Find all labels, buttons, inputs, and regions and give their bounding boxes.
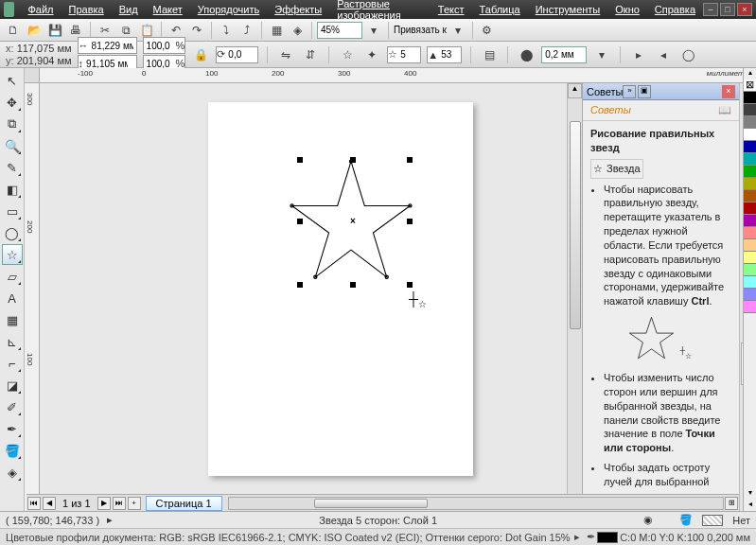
fill-swatch-icon[interactable]: 🪣 [679, 514, 693, 526]
palette-expand-icon[interactable]: ◂ [744, 500, 756, 511]
docker-close-icon[interactable]: × [722, 85, 735, 98]
zoom-tool[interactable]: 🔍 [2, 135, 23, 156]
options-icon[interactable]: ⚙ [478, 21, 497, 40]
open-icon[interactable]: 📂 [25, 21, 44, 40]
swatch-13[interactable] [744, 252, 756, 264]
import-icon[interactable]: ⤵ [217, 21, 236, 40]
swatch-12[interactable] [744, 239, 756, 252]
polygon-tool[interactable]: ☆ [2, 244, 23, 265]
status-color-icon[interactable]: ◉ [643, 514, 653, 526]
scalex-input[interactable]: % [143, 37, 186, 54]
zoom-dropdown-icon[interactable]: ▾ [364, 21, 383, 40]
redo-icon[interactable]: ↷ [187, 21, 206, 40]
star-type-icon[interactable]: ☆ [338, 45, 357, 64]
mirror-v-icon[interactable]: ⇵ [301, 45, 320, 64]
fill-tool[interactable]: 🪣 [2, 440, 23, 461]
points-input[interactable]: ☆ [387, 46, 421, 63]
swatch-2[interactable] [744, 116, 756, 129]
crop-tool[interactable]: ⧉ [2, 114, 23, 134]
smartfill-tool[interactable]: ◧ [2, 179, 23, 200]
navigator-icon[interactable]: ⊞ [725, 497, 738, 510]
handle-se[interactable] [407, 282, 413, 288]
page-prev-icon[interactable]: ◀ [43, 497, 56, 510]
x-value[interactable]: 117,075 мм [17, 43, 72, 54]
menu-layout[interactable]: Макет [146, 2, 190, 17]
status-next-icon-2[interactable]: ▸ [574, 531, 580, 543]
swatch-5[interactable] [744, 153, 756, 166]
scrollbar-vertical[interactable]: ▲ ▼ [567, 83, 582, 545]
docker-book-icon[interactable]: 📖 [718, 104, 731, 116]
ruler-vertical[interactable]: 300200100 миллиметры [25, 83, 40, 545]
swatch-16[interactable] [744, 289, 756, 301]
swatch-9[interactable] [744, 202, 756, 215]
complex-star-icon[interactable]: ✦ [362, 45, 381, 64]
swatch-0[interactable] [744, 92, 756, 104]
handle-sw[interactable] [297, 282, 303, 288]
menu-window[interactable]: Окно [607, 2, 647, 17]
swatch-8[interactable] [744, 190, 756, 202]
minimize-button[interactable]: – [703, 3, 718, 16]
palette-down-icon[interactable]: ▾ [744, 488, 756, 500]
outline-pen-icon[interactable]: ✒ [587, 531, 595, 543]
page-add-icon[interactable]: + [128, 497, 141, 510]
freehand-tool[interactable]: ✎ [2, 157, 23, 178]
menu-effects[interactable]: Эффекты [267, 2, 329, 17]
to-back-icon[interactable]: ◂ [654, 45, 673, 64]
fill-none-swatch[interactable] [702, 515, 723, 526]
center-marker[interactable]: × [350, 216, 356, 226]
launch-icon[interactable]: ▦ [267, 21, 286, 40]
menu-edit[interactable]: Правка [62, 2, 112, 17]
dimension-tool[interactable]: ⊾ [2, 331, 23, 352]
page-tab[interactable]: Страница 1 [146, 496, 222, 511]
shape-tool[interactable]: ✥ [2, 92, 23, 113]
pick-tool[interactable]: ↖ [2, 70, 23, 91]
handle-s[interactable] [350, 282, 356, 288]
welcome-icon[interactable]: ◈ [288, 21, 307, 40]
sharpness-input[interactable]: ▲ [427, 46, 462, 63]
scrollbar-horizontal[interactable] [228, 497, 724, 510]
width-input[interactable]: ↔ [78, 37, 137, 54]
swatch-6[interactable] [744, 166, 756, 178]
wrap-icon[interactable]: ▤ [480, 45, 499, 64]
new-icon[interactable]: 🗋 [4, 21, 23, 40]
rectangle-tool[interactable]: ▭ [2, 201, 23, 221]
scroll-thumb-v[interactable] [570, 121, 581, 329]
page-next-icon[interactable]: ▶ [97, 497, 111, 510]
docker-collapse-icon[interactable]: » [623, 85, 636, 98]
export-icon[interactable]: ⤴ [237, 21, 256, 40]
menu-view[interactable]: Вид [112, 2, 146, 17]
page-last-icon[interactable]: ⏭ [113, 497, 126, 510]
swatch-11[interactable] [744, 227, 756, 239]
menu-text[interactable]: Текст [431, 2, 472, 17]
docker-menu-icon[interactable]: ▣ [638, 85, 651, 98]
eyedropper-tool[interactable]: ✐ [2, 396, 23, 417]
menu-arrange[interactable]: Упорядочить [190, 2, 267, 17]
table-tool[interactable]: ▦ [2, 309, 23, 330]
mirror-h-icon[interactable]: ⇋ [276, 45, 295, 64]
handle-ne[interactable] [407, 157, 413, 163]
outline-tool[interactable]: ✒ [2, 418, 23, 439]
status-next-icon[interactable]: ▸ [107, 514, 113, 526]
menu-table[interactable]: Таблица [472, 2, 528, 17]
swatch-1[interactable] [744, 104, 756, 116]
interactive-tool[interactable]: ◪ [2, 375, 23, 396]
basic-shapes-tool[interactable]: ▱ [2, 266, 23, 287]
swatch-10[interactable] [744, 215, 756, 227]
text-tool[interactable]: A [2, 288, 23, 308]
swatch-17[interactable] [744, 301, 756, 313]
lock-ratio-icon[interactable]: 🔒 [191, 45, 210, 64]
ruler-horizontal[interactable]: -1000100200300400 миллиметры [40, 68, 756, 83]
canvas[interactable]: × ┼☆ [40, 83, 567, 545]
maximize-button[interactable]: □ [720, 3, 735, 16]
docker-titlebar[interactable]: Советы » ▣ × [583, 83, 739, 100]
swatch-none[interactable]: ⊠ [744, 79, 756, 92]
close-button[interactable]: × [737, 3, 752, 16]
connector-tool[interactable]: ⌐ [2, 353, 23, 374]
snap-dropdown-icon[interactable]: ▾ [448, 21, 467, 40]
convert-curves-icon[interactable]: ◯ [678, 45, 697, 64]
outline-dropdown-icon[interactable]: ▾ [592, 45, 611, 64]
menu-help[interactable]: Справка [647, 2, 703, 17]
swatch-4[interactable] [744, 141, 756, 153]
swatch-14[interactable] [744, 264, 756, 276]
handle-e[interactable] [407, 219, 413, 224]
